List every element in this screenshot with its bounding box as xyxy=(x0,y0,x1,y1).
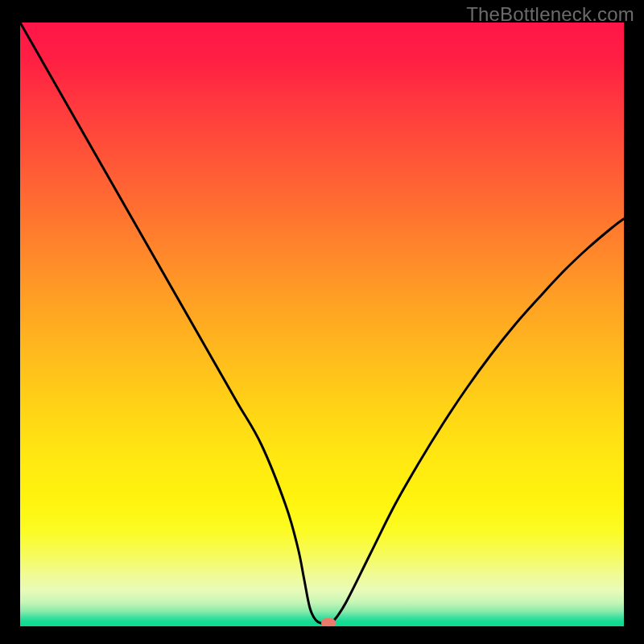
plot-area xyxy=(20,23,624,626)
optimum-marker xyxy=(321,618,336,626)
chart-frame: TheBottleneck.com xyxy=(0,0,644,644)
bottleneck-curve xyxy=(20,23,624,624)
watermark-text: TheBottleneck.com xyxy=(466,3,634,26)
bottleneck-curve-svg xyxy=(20,23,624,626)
